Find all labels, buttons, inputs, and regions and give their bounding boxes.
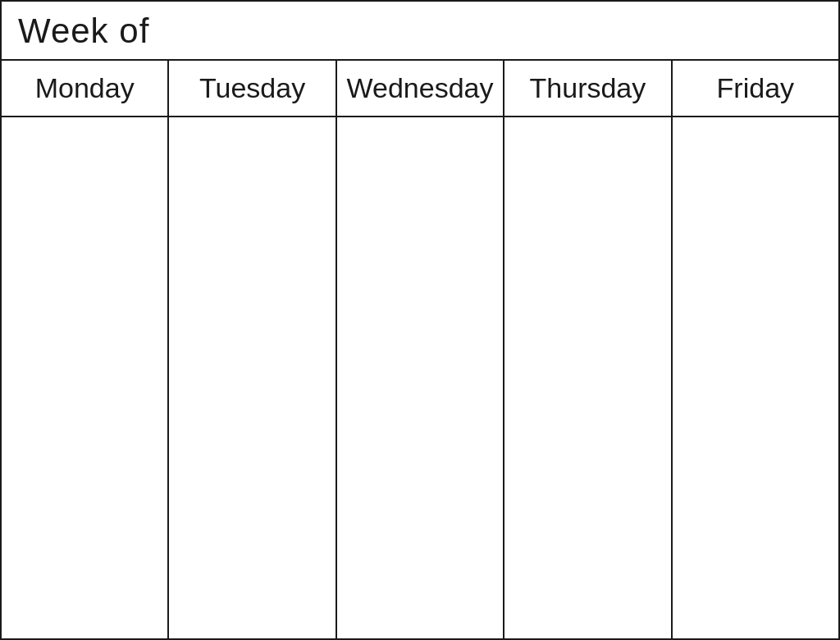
week-of-label[interactable]: Week of bbox=[18, 11, 149, 50]
weekly-calendar: Week of Monday Tuesday Wednesday Thursda… bbox=[0, 0, 840, 640]
day-header-thursday: Thursday bbox=[504, 61, 672, 116]
cell-thursday[interactable] bbox=[504, 117, 672, 638]
day-header-wednesday: Wednesday bbox=[337, 61, 504, 116]
calendar-grid: Monday Tuesday Wednesday Thursday Friday bbox=[2, 61, 838, 638]
calendar-header: Week of bbox=[2, 2, 838, 61]
day-header-friday: Friday bbox=[673, 61, 838, 116]
day-cells-row bbox=[2, 117, 838, 638]
cell-friday[interactable] bbox=[673, 117, 838, 638]
day-headers-row: Monday Tuesday Wednesday Thursday Friday bbox=[2, 61, 838, 117]
cell-wednesday[interactable] bbox=[337, 117, 504, 638]
day-header-tuesday: Tuesday bbox=[169, 61, 336, 116]
cell-monday[interactable] bbox=[2, 117, 169, 638]
day-header-monday: Monday bbox=[2, 61, 169, 116]
cell-tuesday[interactable] bbox=[169, 117, 336, 638]
